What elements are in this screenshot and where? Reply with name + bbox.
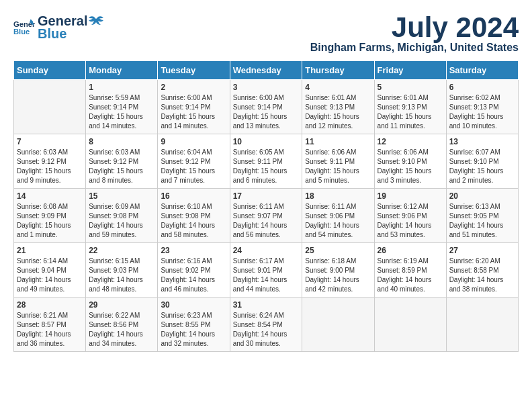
day-number: 29 — [89, 300, 154, 310]
col-friday: Friday — [374, 61, 446, 80]
logo: General Blue General Blue — [13, 13, 103, 42]
day-info: Sunrise: 6:20 AM Sunset: 8:58 PM Dayligh… — [449, 257, 515, 294]
day-info: Sunrise: 6:21 AM Sunset: 8:57 PM Dayligh… — [17, 311, 83, 349]
calendar-week-2: 7Sunrise: 6:03 AM Sunset: 9:12 PM Daylig… — [14, 134, 519, 189]
calendar-cell: 11Sunrise: 6:06 AM Sunset: 9:11 PM Dayli… — [302, 134, 374, 189]
col-thursday: Thursday — [302, 61, 374, 80]
day-number: 11 — [305, 137, 371, 146]
calendar-cell: 18Sunrise: 6:11 AM Sunset: 9:06 PM Dayli… — [302, 189, 374, 243]
calendar-cell: 2Sunrise: 6:00 AM Sunset: 9:14 PM Daylig… — [158, 80, 230, 134]
day-info: Sunrise: 6:15 AM Sunset: 9:03 PM Dayligh… — [89, 257, 154, 294]
day-number: 17 — [233, 191, 300, 201]
day-number: 5 — [378, 83, 443, 92]
day-info: Sunrise: 6:17 AM Sunset: 9:01 PM Dayligh… — [233, 257, 300, 294]
day-info: Sunrise: 6:13 AM Sunset: 9:05 PM Dayligh… — [449, 202, 515, 240]
calendar-cell: 28Sunrise: 6:21 AM Sunset: 8:57 PM Dayli… — [14, 298, 86, 352]
col-saturday: Saturday — [446, 61, 518, 80]
calendar-cell — [446, 298, 518, 352]
calendar-cell: 13Sunrise: 6:07 AM Sunset: 9:10 PM Dayli… — [446, 134, 518, 189]
calendar-cell: 22Sunrise: 6:15 AM Sunset: 9:03 PM Dayli… — [86, 243, 158, 298]
calendar-cell: 14Sunrise: 6:08 AM Sunset: 9:09 PM Dayli… — [14, 189, 86, 243]
day-info: Sunrise: 6:04 AM Sunset: 9:12 PM Dayligh… — [161, 148, 226, 185]
day-info: Sunrise: 6:02 AM Sunset: 9:13 PM Dayligh… — [449, 93, 515, 131]
calendar-cell: 30Sunrise: 6:23 AM Sunset: 8:55 PM Dayli… — [158, 298, 230, 352]
calendar-cell: 23Sunrise: 6:16 AM Sunset: 9:02 PM Dayli… — [158, 243, 230, 298]
day-number: 13 — [449, 137, 515, 146]
day-number: 19 — [378, 191, 443, 201]
calendar-cell: 7Sunrise: 6:03 AM Sunset: 9:12 PM Daylig… — [14, 134, 86, 189]
day-info: Sunrise: 6:19 AM Sunset: 8:59 PM Dayligh… — [378, 257, 443, 294]
logo-blue-text: Blue — [38, 26, 103, 42]
day-number: 28 — [17, 300, 83, 310]
day-info: Sunrise: 6:01 AM Sunset: 9:13 PM Dayligh… — [305, 93, 371, 131]
day-info: Sunrise: 6:07 AM Sunset: 9:10 PM Dayligh… — [449, 148, 515, 185]
calendar-cell: 3Sunrise: 6:00 AM Sunset: 9:14 PM Daylig… — [230, 80, 302, 134]
day-info: Sunrise: 6:24 AM Sunset: 8:54 PM Dayligh… — [233, 311, 300, 349]
calendar-cell: 15Sunrise: 6:09 AM Sunset: 9:08 PM Dayli… — [86, 189, 158, 243]
day-number: 12 — [378, 137, 443, 146]
calendar-cell: 31Sunrise: 6:24 AM Sunset: 8:54 PM Dayli… — [230, 298, 302, 352]
calendar-cell — [302, 298, 374, 352]
col-monday: Monday — [86, 61, 158, 80]
calendar-cell: 21Sunrise: 6:14 AM Sunset: 9:04 PM Dayli… — [14, 243, 86, 298]
day-number: 1 — [89, 83, 154, 92]
calendar-cell: 25Sunrise: 6:18 AM Sunset: 9:00 PM Dayli… — [302, 243, 374, 298]
calendar-header-row: Sunday Monday Tuesday Wednesday Thursday… — [14, 61, 519, 80]
day-number: 16 — [161, 191, 226, 201]
day-info: Sunrise: 6:06 AM Sunset: 9:11 PM Dayligh… — [305, 148, 371, 185]
day-info: Sunrise: 6:05 AM Sunset: 9:11 PM Dayligh… — [233, 148, 300, 185]
day-number: 3 — [233, 83, 300, 92]
calendar-cell: 27Sunrise: 6:20 AM Sunset: 8:58 PM Dayli… — [446, 243, 518, 298]
day-info: Sunrise: 6:10 AM Sunset: 9:08 PM Dayligh… — [161, 202, 226, 240]
calendar-week-3: 14Sunrise: 6:08 AM Sunset: 9:09 PM Dayli… — [14, 189, 519, 243]
day-number: 7 — [17, 137, 83, 146]
day-info: Sunrise: 6:00 AM Sunset: 9:14 PM Dayligh… — [233, 93, 300, 131]
calendar-cell: 6Sunrise: 6:02 AM Sunset: 9:13 PM Daylig… — [446, 80, 518, 134]
month-year-title: July 2024 — [310, 13, 519, 42]
day-info: Sunrise: 6:12 AM Sunset: 9:06 PM Dayligh… — [378, 202, 443, 240]
day-info: Sunrise: 6:06 AM Sunset: 9:10 PM Dayligh… — [378, 148, 443, 185]
day-info: Sunrise: 6:11 AM Sunset: 9:06 PM Dayligh… — [305, 202, 371, 240]
day-number: 4 — [305, 83, 371, 92]
col-tuesday: Tuesday — [158, 61, 230, 80]
day-number: 21 — [17, 246, 83, 255]
calendar-week-1: 1Sunrise: 5:59 AM Sunset: 9:14 PM Daylig… — [14, 80, 519, 134]
day-number: 27 — [449, 246, 515, 255]
day-number: 2 — [161, 83, 226, 92]
calendar-cell: 9Sunrise: 6:04 AM Sunset: 9:12 PM Daylig… — [158, 134, 230, 189]
calendar-cell — [374, 298, 446, 352]
day-info: Sunrise: 6:08 AM Sunset: 9:09 PM Dayligh… — [17, 202, 83, 240]
calendar-cell: 10Sunrise: 6:05 AM Sunset: 9:11 PM Dayli… — [230, 134, 302, 189]
day-info: Sunrise: 6:18 AM Sunset: 9:00 PM Dayligh… — [305, 257, 371, 294]
day-info: Sunrise: 6:01 AM Sunset: 9:13 PM Dayligh… — [378, 93, 443, 131]
day-number: 31 — [233, 300, 300, 310]
logo-icon: General Blue — [13, 18, 35, 37]
day-info: Sunrise: 6:22 AM Sunset: 8:56 PM Dayligh… — [89, 311, 154, 349]
day-number: 14 — [17, 191, 83, 201]
day-info: Sunrise: 6:09 AM Sunset: 9:08 PM Dayligh… — [89, 202, 154, 240]
day-number: 30 — [161, 300, 226, 310]
calendar-cell: 26Sunrise: 6:19 AM Sunset: 8:59 PM Dayli… — [374, 243, 446, 298]
calendar-cell: 4Sunrise: 6:01 AM Sunset: 9:13 PM Daylig… — [302, 80, 374, 134]
day-info: Sunrise: 6:03 AM Sunset: 9:12 PM Dayligh… — [89, 148, 154, 185]
calendar-cell: 5Sunrise: 6:01 AM Sunset: 9:13 PM Daylig… — [374, 80, 446, 134]
day-info: Sunrise: 6:23 AM Sunset: 8:55 PM Dayligh… — [161, 311, 226, 349]
day-info: Sunrise: 6:14 AM Sunset: 9:04 PM Dayligh… — [17, 257, 83, 294]
title-section: July 2024 Bingham Farms, Michigan, Unite… — [310, 13, 519, 54]
col-wednesday: Wednesday — [230, 61, 302, 80]
col-sunday: Sunday — [14, 61, 86, 80]
svg-text:Blue: Blue — [13, 28, 30, 36]
day-number: 20 — [449, 191, 515, 201]
day-number: 24 — [233, 246, 300, 255]
calendar-cell: 17Sunrise: 6:11 AM Sunset: 9:07 PM Dayli… — [230, 189, 302, 243]
day-number: 26 — [378, 246, 443, 255]
calendar-cell — [14, 80, 86, 134]
calendar-cell: 24Sunrise: 6:17 AM Sunset: 9:01 PM Dayli… — [230, 243, 302, 298]
day-info: Sunrise: 6:11 AM Sunset: 9:07 PM Dayligh… — [233, 202, 300, 240]
day-number: 22 — [89, 246, 154, 255]
calendar-cell: 20Sunrise: 6:13 AM Sunset: 9:05 PM Dayli… — [446, 189, 518, 243]
calendar-cell: 19Sunrise: 6:12 AM Sunset: 9:06 PM Dayli… — [374, 189, 446, 243]
day-info: Sunrise: 6:03 AM Sunset: 9:12 PM Dayligh… — [17, 148, 83, 185]
calendar-week-5: 28Sunrise: 6:21 AM Sunset: 8:57 PM Dayli… — [14, 298, 519, 352]
day-number: 8 — [89, 137, 154, 146]
